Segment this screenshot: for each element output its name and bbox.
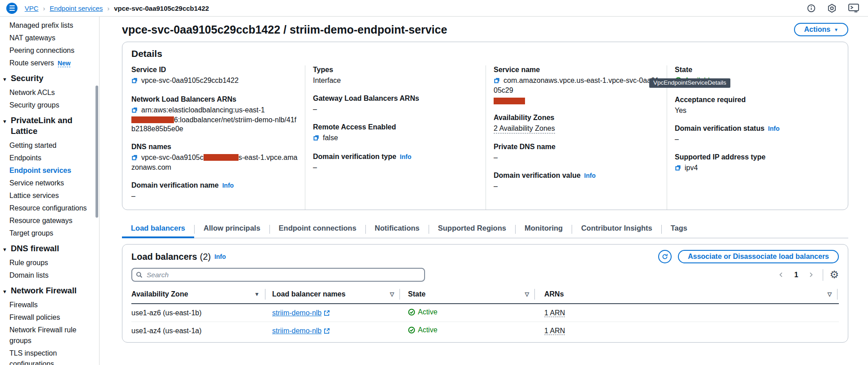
load-balancer-link[interactable]: striim-demo-nlb — [272, 309, 330, 317]
sort-icon[interactable]: ▽ — [390, 291, 394, 297]
arn-count-link[interactable]: 1 ARN — [544, 327, 565, 335]
copy-icon[interactable] — [313, 134, 320, 143]
copy-icon[interactable] — [131, 107, 138, 116]
page-number[interactable]: 1 — [791, 271, 801, 279]
load-balancer-link[interactable]: striim-demo-nlb — [272, 327, 330, 335]
field-private-dns-name: Private DNS name – — [494, 142, 660, 162]
field-dns-names: DNS names vpce-svc-0aa9105cs-east-1.vpce… — [131, 142, 299, 172]
field-label: Service ID — [131, 65, 299, 74]
tab-monitoring[interactable]: Monitoring — [516, 221, 572, 238]
sidebar-section-label: Security — [11, 73, 43, 84]
sidebar-item-target-groups[interactable]: Target groups — [9, 228, 95, 239]
sidebar-item-managed-prefix-lists[interactable]: Managed prefix lists — [9, 20, 95, 31]
table-row: use1-az4 (us-east-1a) striim-demo-nlb Ac… — [131, 322, 839, 339]
sidebar-item-network-firewall-rule-groups[interactable]: Network Firewall rule groups — [9, 325, 95, 346]
settings-hexagon-icon[interactable] — [827, 4, 837, 13]
sidebar-item-rule-groups[interactable]: Rule groups — [9, 258, 95, 268]
tab-notifications[interactable]: Notifications — [366, 221, 429, 238]
column-header-availability-zone[interactable]: Availability Zone▼ — [131, 289, 265, 300]
sidebar-item-nat-gateways[interactable]: NAT gateways — [9, 33, 95, 43]
copy-icon[interactable] — [131, 77, 138, 86]
sidebar-section-dns-firewall[interactable]: ▼DNS firewall — [2, 243, 99, 254]
field-acceptance-required: Acceptance required Yes — [675, 95, 833, 115]
sidebar-item-lattice-services[interactable]: Lattice services — [9, 190, 95, 201]
column-header-arns[interactable]: ARNs▽ — [535, 289, 838, 300]
sidebar-item-endpoints[interactable]: Endpoints — [9, 153, 95, 163]
sidebar-section-privatelink-and-lattice[interactable]: ▼PrivateLink and Lattice — [2, 115, 99, 137]
chevron-down-icon: ▼ — [2, 119, 7, 124]
availability-zones-link[interactable]: 2 Availability Zones — [494, 124, 555, 133]
breadcrumb: VPC › Endpoint services › vpce-svc-0aa91… — [25, 4, 209, 12]
sidebar-item-peering-connections[interactable]: Peering connections — [9, 45, 95, 56]
sort-icon[interactable]: ▽ — [828, 291, 832, 297]
gear-icon[interactable]: ⚙ — [829, 270, 839, 280]
table-header-row: Availability Zone▼ Load balancer names▽ … — [131, 287, 839, 304]
sidebar-item-resource-configurations[interactable]: Resource configurations — [9, 203, 95, 214]
sidebar-section-network-firewall[interactable]: ▼Network Firewall — [2, 285, 99, 296]
info-link[interactable]: Info — [584, 172, 596, 179]
field-label: Supported IP address type — [675, 153, 833, 162]
tab-endpoint-connections[interactable]: Endpoint connections — [270, 221, 365, 238]
sidebar-item-firewall-policies[interactable]: Firewall policies — [9, 312, 95, 323]
sidebar-item-network-acls[interactable]: Network ACLs — [9, 87, 95, 98]
column-header-state[interactable]: State▽ — [400, 289, 535, 300]
search-input[interactable] — [131, 268, 425, 282]
info-link[interactable]: Info — [222, 182, 234, 189]
previous-page-button[interactable] — [776, 270, 787, 280]
info-link[interactable]: Info — [768, 125, 780, 132]
search-box — [131, 268, 425, 282]
redacted-text — [204, 154, 239, 161]
field-nlb-arns: Network Load Balancers ARNs arn:aws:elas… — [131, 95, 299, 133]
cloudshell-icon[interactable] — [848, 4, 859, 13]
sort-icon[interactable]: ▽ — [525, 291, 529, 297]
redacted-text — [131, 116, 174, 123]
info-icon[interactable] — [807, 4, 816, 13]
sidebar-item-getting-started[interactable]: Getting started — [9, 140, 95, 151]
associate-disassociate-button[interactable]: Associate or Disassociate load balancers — [678, 250, 839, 263]
copy-icon[interactable] — [675, 164, 681, 173]
sidebar-item-endpoint-services[interactable]: Endpoint services — [9, 165, 95, 176]
field-value: – — [675, 135, 833, 144]
arn-count-link[interactable]: 1 ARN — [544, 309, 565, 317]
copy-icon[interactable] — [131, 154, 138, 163]
sidebar-item-service-networks[interactable]: Service networks — [9, 178, 95, 189]
refresh-button[interactable] — [658, 250, 672, 263]
field-domain-verification-value: Domain verification valueInfo – — [494, 171, 660, 191]
cell-state: Active — [418, 308, 438, 316]
tab-allow-principals[interactable]: Allow principals — [195, 221, 269, 238]
tab-tags[interactable]: Tags — [662, 221, 696, 238]
copy-icon[interactable] — [494, 77, 500, 86]
sidebar-item-firewalls[interactable]: Firewalls — [9, 300, 95, 310]
tab-contributor-insights[interactable]: Contributor Insights — [572, 221, 661, 238]
sidebar-item-security-groups[interactable]: Security groups — [9, 100, 95, 111]
chevron-down-icon: ▼ — [834, 27, 838, 32]
hamburger-menu-icon[interactable] — [6, 3, 17, 14]
actions-button[interactable]: Actions▼ — [794, 23, 848, 36]
sidebar-section-security[interactable]: ▼Security — [2, 73, 99, 84]
sidebar-section-label: DNS firewall — [11, 243, 59, 254]
field-value: – — [494, 153, 660, 162]
field-value: ipv4 — [685, 164, 698, 172]
field-label: Gateway Load Balancers ARNs — [313, 94, 479, 103]
associate-button-label: Associate or Disassociate load balancers — [688, 253, 829, 261]
next-page-button[interactable] — [805, 270, 816, 280]
sidebar-item-domain-lists[interactable]: Domain lists — [9, 270, 95, 281]
sidebar-item-resource-gateways[interactable]: Resource gateways — [9, 215, 95, 226]
tab-load-balancers[interactable]: Load balancers — [122, 221, 194, 238]
sidebar-scrollbar[interactable] — [95, 86, 98, 218]
breadcrumb-vpc[interactable]: VPC — [25, 4, 39, 12]
info-link[interactable]: Info — [400, 153, 412, 160]
info-link[interactable]: Info — [214, 253, 226, 260]
sidebar-item-tls-inspection-configurations[interactable]: TLS inspection configurations — [9, 348, 95, 365]
field-value: false — [323, 134, 338, 142]
field-service-name: Service name com.amazonaws.vpce.us-east-… — [494, 65, 660, 104]
field-label: Domain verification valueInfo — [494, 171, 660, 180]
page-title: vpce-svc-0aa9105c29ccb1422 / striim-demo… — [122, 23, 447, 36]
sidebar-item-route-servers[interactable]: Route serversNew — [9, 58, 95, 69]
breadcrumb-endpoint-services[interactable]: Endpoint services — [50, 4, 103, 12]
sort-descending-icon[interactable]: ▼ — [254, 291, 260, 297]
column-header-load-balancer-names[interactable]: Load balancer names▽ — [265, 289, 400, 300]
tab-supported-regions[interactable]: Supported Regions — [429, 221, 515, 238]
sidebar-item-label: Route servers — [9, 59, 54, 67]
load-balancers-table: Availability Zone▼ Load balancer names▽ … — [131, 287, 839, 339]
